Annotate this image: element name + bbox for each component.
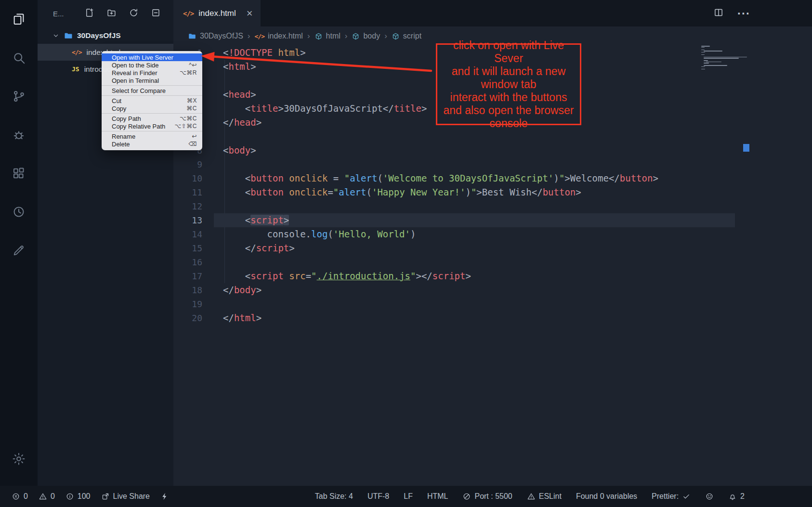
refresh-button[interactable] xyxy=(129,8,139,20)
breadcrumb-item-30daysofjs[interactable]: 30DaysOfJS xyxy=(188,32,243,40)
minimap-line xyxy=(701,66,705,67)
new-file-button[interactable] xyxy=(84,8,94,20)
minimap-line xyxy=(701,46,710,47)
menu-item-label: Open to the Side xyxy=(112,62,159,69)
menu-item-copy-path[interactable]: Copy Path⌥⌘C xyxy=(102,115,202,122)
status-item-100[interactable]: 100 xyxy=(65,492,91,501)
breadcrumb-item-index-html[interactable]: </>index.html xyxy=(254,32,302,40)
menu-item-rename[interactable]: Rename↩ xyxy=(102,132,202,140)
activity-item-source-control[interactable] xyxy=(0,77,38,116)
status-item-2[interactable]: 2 xyxy=(728,492,745,501)
status-item-smiley[interactable] xyxy=(705,492,714,501)
breadcrumb-item-body[interactable]: body xyxy=(352,32,380,40)
activity-item-pencil-edit[interactable] xyxy=(0,231,38,270)
status-bar: 00100Live Share Tab Size: 4UTF-8LFHTMLPo… xyxy=(0,486,812,507)
tab-bar: </>index.html× ··· xyxy=(173,0,812,26)
status-item-found-0-variables[interactable]: Found 0 variables xyxy=(576,492,637,501)
status-label: UTF-8 xyxy=(367,492,389,501)
new-folder-icon xyxy=(106,8,117,18)
code-line[interactable]: 14 console.log('Hello, World') xyxy=(173,227,812,241)
folder-fill-icon xyxy=(188,32,196,40)
symbol-cube-icon xyxy=(392,32,400,40)
code-line[interactable]: 15 </script> xyxy=(173,241,812,255)
status-item-lf[interactable]: LF xyxy=(404,492,413,501)
status-left: 00100Live Share xyxy=(12,492,169,501)
line-number: 16 xyxy=(173,255,202,269)
menu-item-copy-relative-path[interactable]: Copy Relative Path⌥⇧⌘C xyxy=(102,122,202,130)
status-item-prettier[interactable]: Prettier: xyxy=(652,492,691,501)
activity-bar-top xyxy=(0,0,38,270)
code-text: <script src="./introduction.js"></script… xyxy=(223,269,471,283)
code-line[interactable]: 7 xyxy=(173,130,812,143)
activity-item-search[interactable] xyxy=(0,39,38,77)
code-line[interactable]: 19 xyxy=(173,297,812,311)
status-item-live-share[interactable]: Live Share xyxy=(101,492,150,501)
code-line[interactable]: 13 <script> xyxy=(173,213,812,227)
code-line[interactable]: 8<body> xyxy=(173,143,812,157)
menu-item-label: Open with Live Server xyxy=(112,54,173,61)
minimap-line xyxy=(706,62,721,63)
menu-separator xyxy=(102,95,202,96)
source-control-icon xyxy=(12,89,26,104)
more-actions-button[interactable]: ··· xyxy=(737,8,750,19)
error-circle-icon xyxy=(12,492,20,501)
split-editor-icon xyxy=(713,7,724,18)
code-text: <head> xyxy=(223,88,256,102)
split-editor-button[interactable] xyxy=(713,7,724,20)
status-item-0[interactable]: 0 xyxy=(39,492,55,501)
status-item-html[interactable]: HTML xyxy=(427,492,448,501)
menu-item-shortcut: ⌥⌘R xyxy=(180,69,197,76)
menu-item-reveal-in-finder[interactable]: Reveal in Finder⌥⌘R xyxy=(102,69,202,77)
activity-item-history[interactable] xyxy=(0,193,38,231)
minimap-line xyxy=(701,52,705,53)
menu-item-select-for-compare[interactable]: Select for Compare xyxy=(102,87,202,94)
status-item-port-5500[interactable]: Port : 5500 xyxy=(462,492,512,501)
line-number: 9 xyxy=(173,157,202,171)
code-line[interactable]: 20</html> xyxy=(173,311,812,325)
tabs: </>index.html× xyxy=(173,0,261,26)
tree-root-folder[interactable]: 30DaysOfJS xyxy=(38,27,173,44)
status-right: Tab Size: 4UTF-8LFHTMLPort : 5500ESLintF… xyxy=(315,492,745,501)
status-item-0[interactable]: 0 xyxy=(12,492,28,501)
code-line[interactable]: 10 <button onclick = "alert('Welcome to … xyxy=(173,171,812,185)
activity-item-explorer[interactable] xyxy=(0,0,38,39)
breadcrumb-item-script[interactable]: script xyxy=(392,32,421,40)
activity-item-settings-gear[interactable] xyxy=(0,440,38,478)
code-line[interactable]: 12 xyxy=(173,199,812,213)
tab-index-html[interactable]: </>index.html× xyxy=(173,0,261,26)
minimap[interactable] xyxy=(701,46,747,70)
explorer-icon xyxy=(12,12,26,26)
new-folder-button[interactable] xyxy=(106,8,117,20)
close-icon[interactable]: × xyxy=(247,8,253,19)
status-item-eslint[interactable]: ESLint xyxy=(527,492,562,501)
menu-item-open-to-the-side[interactable]: Open to the Side^↩ xyxy=(102,61,202,69)
menu-item-shortcut: ⌘X xyxy=(187,97,197,104)
menu-item-open-in-terminal[interactable]: Open in Terminal xyxy=(102,77,202,84)
lightning-icon xyxy=(160,492,169,501)
code-line[interactable]: 9 xyxy=(173,157,812,171)
minimap-line xyxy=(704,60,708,61)
ellipsis-icon: ··· xyxy=(737,7,750,20)
activity-item-extensions[interactable] xyxy=(0,154,38,193)
menu-item-copy[interactable]: Copy⌘C xyxy=(102,104,202,112)
status-item-tab-size-4[interactable]: Tab Size: 4 xyxy=(315,492,353,501)
code-line[interactable]: 11 <button onclick="alert('Happy New Yea… xyxy=(173,185,812,199)
menu-item-delete[interactable]: Delete⌫ xyxy=(102,140,202,148)
menu-item-label: Copy Path xyxy=(112,115,141,122)
menu-item-label: Open in Terminal xyxy=(112,77,159,84)
status-item-lightning[interactable] xyxy=(160,492,169,501)
minimap-line xyxy=(704,65,727,66)
line-number: 17 xyxy=(173,269,202,283)
code-line[interactable]: 18</body> xyxy=(173,283,812,297)
code-line[interactable]: 17 <script src="./introduction.js"></scr… xyxy=(173,269,812,283)
explorer-toolbar xyxy=(84,8,161,20)
menu-item-open-with-live-server[interactable]: Open with Live Server xyxy=(102,53,202,61)
collapse-all-button[interactable] xyxy=(151,8,161,20)
code-text: <title>30DaysOfJavaScript</title> xyxy=(223,102,427,116)
activity-item-run-debug[interactable] xyxy=(0,116,38,154)
status-item-utf-8[interactable]: UTF-8 xyxy=(367,492,389,501)
overview-ruler-marker xyxy=(743,144,749,152)
breadcrumb-item-html[interactable]: html xyxy=(314,32,341,40)
code-line[interactable]: 16 xyxy=(173,255,812,269)
menu-item-cut[interactable]: Cut⌘X xyxy=(102,97,202,104)
